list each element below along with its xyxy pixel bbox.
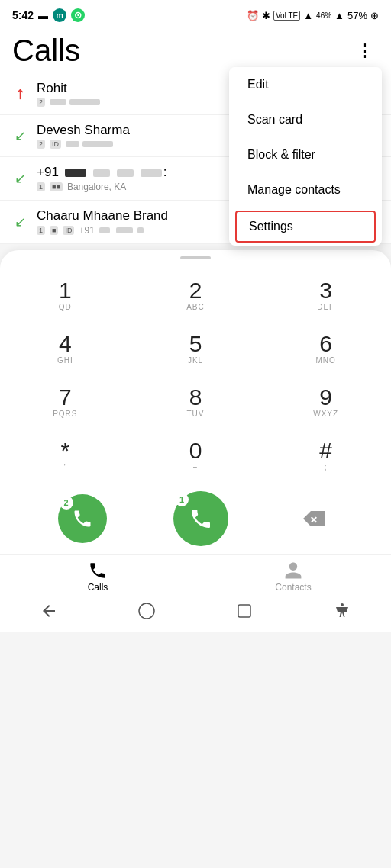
status-icon-whatsapp: ⊙ (71, 8, 85, 22)
dial-key-num-#: # (319, 439, 332, 462)
dial-key-num-*: * (60, 439, 69, 462)
dial-key-#[interactable]: # ; (260, 429, 391, 482)
call-direction-icon-rohit: ↗ (12, 85, 27, 102)
dial-key-letters-0: + (193, 463, 199, 473)
dial-key-letters-2: ABC (186, 303, 205, 313)
menu-item-settings[interactable]: Settings (235, 211, 376, 243)
signal-icon: ▲ (303, 10, 313, 21)
overflow-menu-icon: ⋮ (356, 41, 373, 60)
status-left: 5:42 ▬ m ⊙ (12, 8, 85, 22)
dial-key-letters-5: JKL (188, 356, 203, 366)
dial-key-2[interactable]: 2 ABC (131, 268, 261, 322)
signal2-icon: ▲ (334, 10, 344, 21)
menu-item-manage-contacts[interactable]: Manage contacts (229, 172, 382, 207)
back-button[interactable] (40, 602, 58, 623)
status-right: ⏰ ✱ VoLTE ▲ 46% ▲ 57% ⊕ (247, 10, 379, 21)
dial-key-letters-1: QD (59, 303, 72, 313)
volte-icon: VoLTE (273, 11, 300, 21)
battery-icon: 57% (347, 10, 367, 21)
dial-key-num-1: 1 (59, 279, 72, 302)
menu-item-edit[interactable]: Edit (229, 67, 382, 102)
home-button[interactable] (137, 602, 156, 623)
backspace-button[interactable] (295, 500, 333, 538)
4g-icon: 46% (316, 11, 331, 20)
alarm-icon: ⏰ (247, 10, 259, 21)
status-time: 5:42 (12, 9, 34, 21)
dial-key-letters-7: PQRS (53, 410, 77, 420)
dial-key-*[interactable]: * ' (0, 429, 131, 482)
system-nav (0, 596, 391, 632)
status-icon-m: m (53, 8, 66, 22)
dial-key-9[interactable]: 9 WXYZ (260, 375, 391, 429)
dial-key-num-2: 2 (189, 279, 202, 302)
dialpad: 1 QD 2 ABC 3 DEF 4 GHI 5 JKL 6 MNO 7 PQR… (0, 250, 391, 554)
svg-rect-1 (238, 605, 250, 617)
bottom-nav: Calls Contacts (0, 554, 391, 596)
page-title: Calls (12, 34, 80, 67)
dial-key-0[interactable]: 0 + (131, 429, 261, 482)
recents-button[interactable] (235, 602, 254, 623)
dial-key-letters-6: MNO (315, 356, 335, 366)
dial-key-num-9: 9 (319, 386, 332, 409)
call-button-sim1[interactable]: 1 (173, 491, 228, 546)
sim2-badge: 2 (60, 496, 73, 510)
svg-point-0 (139, 603, 154, 619)
accessibility-button[interactable] (333, 602, 351, 623)
dial-key-1[interactable]: 1 QD (0, 268, 131, 322)
dial-key-6[interactable]: 6 MNO (260, 322, 391, 375)
dial-key-letters-#: ; (325, 463, 328, 473)
menu-item-block-filter[interactable]: Block & filter (229, 137, 382, 172)
menu-button[interactable]: ⋮ (350, 37, 379, 66)
dial-key-3[interactable]: 3 DEF (260, 268, 391, 322)
nav-item-calls[interactable]: Calls (0, 561, 196, 593)
dial-key-num-3: 3 (319, 279, 332, 302)
dial-key-letters-8: TUV (186, 410, 204, 420)
dial-key-num-4: 4 (59, 333, 72, 355)
dial-key-letters-4: GHI (57, 356, 73, 366)
dial-key-7[interactable]: 7 PQRS (0, 375, 131, 429)
bluetooth-icon: ✱ (262, 10, 270, 21)
dial-key-letters-*: ' (64, 463, 66, 473)
battery-charge-icon: ⊕ (370, 10, 379, 21)
status-icon-msg: ▬ (38, 10, 48, 21)
dialpad-handle (180, 256, 211, 259)
dial-key-letters-3: DEF (317, 303, 334, 313)
dropdown-menu: Edit Scan card Block & filter Manage con… (229, 67, 382, 246)
status-bar: 5:42 ▬ m ⊙ ⏰ ✱ VoLTE ▲ 46% ▲ 57% ⊕ (0, 0, 391, 27)
nav-label-contacts: Contacts (275, 582, 311, 593)
call-direction-icon-plus91: ↙ (12, 170, 27, 187)
dial-key-num-8: 8 (189, 386, 202, 409)
header: Calls ⋮ (0, 27, 391, 73)
dialpad-actions: 2 1 (0, 482, 391, 554)
nav-item-contacts[interactable]: Contacts (196, 561, 391, 593)
dial-key-5[interactable]: 5 JKL (131, 322, 261, 375)
dial-key-8[interactable]: 8 TUV (131, 375, 261, 429)
sim1-badge: 1 (175, 493, 189, 506)
dial-key-num-0: 0 (189, 439, 202, 462)
call-direction-icon-chaaru: ↙ (12, 214, 27, 230)
call-button-sim2[interactable]: 2 (58, 494, 107, 543)
dial-key-letters-9: WXYZ (313, 410, 338, 420)
menu-item-scan-card[interactable]: Scan card (229, 102, 382, 137)
nav-label-calls: Calls (88, 582, 108, 593)
call-direction-icon-devesh: ↙ (12, 127, 27, 144)
dial-key-4[interactable]: 4 GHI (0, 322, 131, 375)
dial-key-num-5: 5 (189, 333, 202, 355)
dial-key-num-6: 6 (319, 333, 332, 355)
dial-key-num-7: 7 (59, 386, 72, 409)
dialpad-grid: 1 QD 2 ABC 3 DEF 4 GHI 5 JKL 6 MNO 7 PQR… (0, 268, 391, 482)
